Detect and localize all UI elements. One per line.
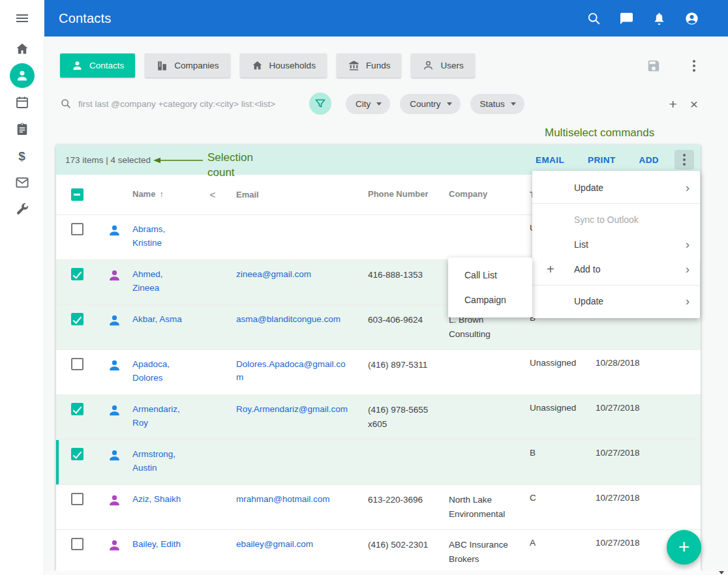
table-row[interactable]: Bailey, Edith ebailey@gmail.com (416) 50… [56,530,701,571]
dollar-icon: $ [18,150,25,162]
row-checkbox[interactable] [71,268,83,280]
table-row[interactable]: Aziz, Shaikh mrahman@hotmail.com 613-220… [56,485,701,530]
row-checkbox[interactable] [71,358,83,370]
add-contact-fab[interactable]: + [667,530,701,565]
contact-phone: 613-220-3696 [352,493,444,507]
select-all-checkbox[interactable] [71,188,83,201]
contact-name-link[interactable]: Aziz, Shaikh [130,493,204,507]
annotation-multiselect-commands: Multiselect commands [545,126,654,140]
bank-icon [348,59,360,72]
header-email[interactable]: Email [222,188,352,201]
search-input[interactable] [78,99,305,109]
contact-email[interactable]: Roy.Armendariz@gmail.com [222,403,352,416]
sidebar-item-contacts[interactable] [10,63,35,88]
filter-chip-country[interactable]: Country [400,94,460,114]
row-checkbox[interactable] [71,448,83,460]
header-phone[interactable]: Phone Number [352,188,444,201]
menu-item-list[interactable]: List › [532,232,700,257]
menu-item-update-top[interactable]: Update › [532,175,700,200]
row-checkbox[interactable] [71,313,83,325]
table-row[interactable]: Armendariz, Roy Roy.Armendariz@gmail.com… [56,395,701,440]
search-icon[interactable] [586,11,601,26]
toolbar-more-button[interactable] [690,57,698,74]
tab-companies[interactable]: Companies [145,53,230,78]
notifications-icon[interactable] [652,11,667,26]
sort-ascending-icon: ↑ [159,188,164,201]
menu-item-add-to[interactable]: + Add to › [532,257,700,282]
chevron-down-icon [376,102,382,106]
contact-name-link[interactable]: Bailey, Edith [130,538,204,552]
chat-icon[interactable] [619,11,634,26]
contact-name-link[interactable]: Ahmed, Zineea [130,268,204,295]
table-row[interactable]: Armstrong, Austin B 10/27/2018 [56,440,701,485]
header-checkbox-cell [56,188,98,201]
tab-contacts[interactable]: Contacts [60,53,135,78]
tab-funds[interactable]: Funds [337,53,402,78]
contact-name-link[interactable]: Abrams, Kristine [130,223,204,250]
menu-item-label: Add to [574,264,600,274]
contact-name-link[interactable]: Armstrong, Austin [130,448,204,475]
row-checkbox[interactable] [71,223,83,235]
sidebar-item-tools[interactable] [14,201,30,217]
scrollbar-strip[interactable] [44,570,728,575]
tab-users[interactable]: Users [411,53,474,78]
scroll-down-icon[interactable] [719,571,724,574]
contact-phone: 603-406-9624 [352,313,444,327]
account-icon[interactable] [684,11,699,26]
contact-tier: Unassigned [524,403,587,413]
header-company[interactable]: Company [444,188,524,201]
add-button[interactable]: ADD [639,155,659,165]
selection-summary: 173 items | 4 selected [65,155,151,165]
contact-name-link[interactable]: Armendariz, Roy [130,403,204,430]
contact-email[interactable]: asma@blanditcongue.com [222,313,352,326]
row-checkbox[interactable] [71,403,83,415]
tab-households[interactable]: Households [240,53,327,78]
sidebar-item-home[interactable] [14,41,30,57]
header-name[interactable]: Name ↑ [130,188,204,201]
filter-chip-status[interactable]: Status [470,94,524,114]
menu-item-label: Update [574,183,603,193]
clipboard-icon [14,121,30,137]
menu-item-call-list[interactable]: Call List [448,263,532,288]
email-button[interactable]: EMAIL [536,155,564,165]
menu-item-label: List [574,239,588,250]
multiselect-more-button[interactable] [675,150,694,170]
filter-chip-city[interactable]: City [346,94,390,114]
row-checkbox[interactable] [71,493,83,505]
sidebar-item-tasks[interactable] [14,121,30,137]
person-icon [107,493,122,508]
table-row[interactable]: Apadoca, Dolores Dolores.Apadoca@gmail.c… [56,350,701,395]
chip-label: Country [410,99,440,109]
menu-item-campaign[interactable]: Campaign [448,288,532,312]
filter-actions: + × [669,97,698,111]
contact-email[interactable]: zineea@gmail.com [222,268,352,281]
contact-email[interactable]: ebailey@gmail.com [222,538,352,551]
collapse-column-icon[interactable]: < [204,189,222,200]
contact-name-link[interactable]: Akbar, Asma [130,313,204,327]
save-view-button[interactable] [646,59,661,73]
row-checkbox[interactable] [71,538,83,550]
contact-name-link[interactable]: Apadoca, Dolores [130,358,204,385]
sidebar-item-billing[interactable]: $ [14,148,30,164]
house-icon [251,59,264,72]
sidebar-item-calendar[interactable] [14,95,30,110]
menu-divider [532,203,700,204]
page-title: Contacts [59,11,112,26]
add-filter-icon[interactable]: + [669,97,676,111]
sidebar-item-mail[interactable] [14,175,30,190]
person-icon [15,68,29,83]
contact-date: 10/27/2018 [587,493,659,503]
filter-button[interactable] [309,93,331,115]
close-icon[interactable]: × [690,97,698,111]
contact-email[interactable]: Dolores.Apadoca@gmail.com [222,358,352,385]
print-button[interactable]: PRINT [588,155,616,165]
person-icon [107,448,122,463]
wrench-icon [14,201,30,217]
user-outline-icon [422,59,434,72]
hamburger-menu-icon[interactable] [14,10,30,26]
main-content: Contacts Companies Households Funds User… [44,37,728,575]
menu-item-update-bottom[interactable]: Update › [532,289,700,314]
contact-email[interactable]: mrahman@hotmail.com [222,493,352,506]
home-icon [14,41,30,57]
contact-phone: 416-888-1353 [352,268,444,282]
